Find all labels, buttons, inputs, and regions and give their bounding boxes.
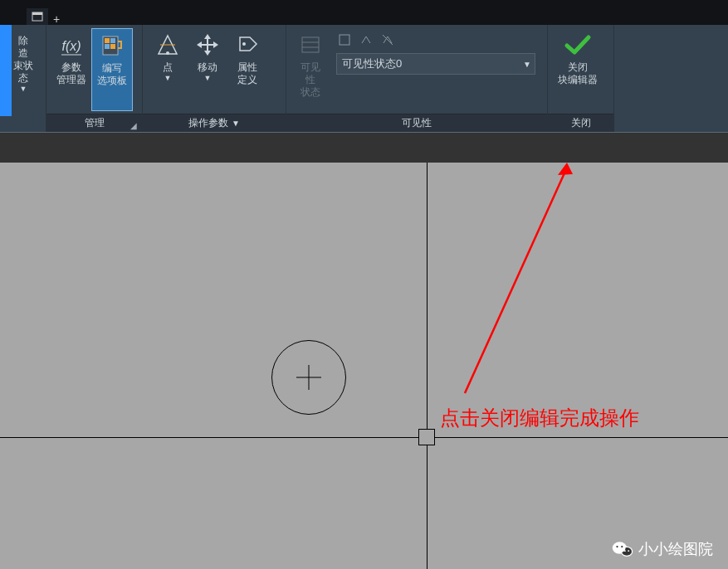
close-l2: 块编辑器	[558, 74, 598, 85]
svg-point-29	[613, 543, 625, 553]
dialog-launcher-icon[interactable]: ◢	[130, 121, 137, 130]
constraint-line1: 除	[18, 35, 28, 46]
svg-point-33	[628, 550, 629, 552]
tag-icon	[232, 30, 262, 60]
vis-l1: 可见性	[300, 61, 320, 85]
attrdef-button[interactable]: 属性 定义	[227, 28, 267, 111]
chevron-down-icon: ▼	[523, 60, 531, 69]
add-tab-button[interactable]: +	[50, 13, 63, 25]
svg-rect-5	[105, 38, 110, 43]
svg-marker-15	[204, 51, 211, 56]
annotation-text: 点击关闭编辑完成操作	[440, 405, 639, 431]
palette-icon	[97, 31, 127, 61]
point-icon	[153, 30, 183, 60]
attr-l1: 属性	[237, 61, 257, 73]
chevron-down-icon[interactable]: ▼	[232, 119, 240, 128]
svg-rect-22	[340, 35, 349, 45]
constraint-line3: 束状态	[13, 60, 33, 84]
attr-l2: 定义	[237, 74, 257, 85]
vis-l2: 状态	[300, 86, 320, 98]
svg-line-24	[465, 168, 567, 393]
annotation-arrow	[0, 163, 728, 569]
model-canvas[interactable]: 点击关闭编辑完成操作	[0, 163, 728, 569]
svg-rect-7	[105, 44, 110, 49]
svg-text:f(x): f(x)	[61, 39, 81, 53]
point-lbl: 点	[163, 61, 173, 73]
visibility-state-dropdown[interactable]: 可见性状态0 ▼	[336, 53, 535, 75]
panel-action-params: 点 ▼ 移动 ▼	[143, 25, 286, 132]
app-menu-button[interactable]	[0, 25, 12, 116]
svg-rect-19	[302, 37, 319, 52]
quick-tab[interactable]	[27, 8, 48, 25]
panel-title-close: 关闭	[548, 114, 613, 132]
watermark: 小小绘图院	[612, 539, 713, 559]
quick-access-bar: +	[0, 0, 728, 25]
visibility-state-value: 可见性状态0	[342, 56, 402, 71]
move-lbl: 移动	[198, 61, 217, 73]
svg-point-31	[621, 546, 623, 547]
checkmark-icon	[563, 30, 593, 60]
param-manager-button[interactable]: f(x) 参数 管理器	[51, 28, 91, 111]
panel-visibility: 可见性 状态 可见性状态0 ▼ 可见性	[286, 25, 548, 132]
authoring-l1: 编写	[102, 62, 122, 74]
panel-close: 关闭 块编辑器 关闭	[548, 25, 614, 132]
crosshair-vertical	[427, 163, 428, 569]
svg-marker-14	[204, 34, 211, 39]
svg-point-32	[624, 550, 626, 552]
function-icon: f(x)	[56, 30, 86, 60]
panel-empty	[614, 25, 728, 132]
crosshair-horizontal	[0, 437, 728, 438]
svg-point-30	[616, 546, 618, 547]
move-icon	[193, 30, 222, 60]
svg-marker-16	[197, 41, 202, 48]
authoring-palette-button[interactable]: 编写 选项板	[91, 28, 133, 111]
panel-title-visibility: 可见性	[286, 114, 547, 132]
circle-entity[interactable]	[271, 340, 346, 415]
param-mgr-l2: 管理器	[56, 74, 86, 85]
visibility-toggle-icons	[336, 32, 535, 48]
vis-show-icon[interactable]	[358, 32, 374, 48]
svg-rect-8	[110, 44, 115, 49]
ribbon: 除 造 束状态 ▼ f(x) 参数 管理器	[0, 25, 728, 133]
chevron-down-icon: ▼	[164, 74, 172, 82]
close-l1: 关闭	[568, 61, 588, 73]
svg-point-18	[242, 42, 246, 46]
svg-rect-6	[110, 38, 115, 43]
constraint-line2: 造	[18, 47, 28, 59]
chevron-down-icon: ▼	[204, 74, 212, 82]
origin-grip[interactable]	[418, 429, 435, 445]
panel-title-action: 操作参数 ▼	[143, 114, 286, 132]
close-block-editor-button[interactable]: 关闭 块编辑器	[553, 28, 603, 111]
authoring-l2: 选项板	[97, 75, 127, 86]
move-button[interactable]: 移动 ▼	[188, 28, 227, 111]
point-button[interactable]: 点 ▼	[148, 28, 188, 111]
svg-point-10	[166, 51, 169, 55]
watermark-text: 小小绘图院	[638, 539, 713, 559]
param-mgr-l1: 参数	[61, 61, 81, 73]
vis-hide-icon[interactable]	[379, 32, 396, 48]
visibility-states-button: 可见性 状态	[291, 28, 330, 111]
visibility-icon	[296, 30, 325, 60]
chevron-down-icon: ▼	[20, 85, 27, 93]
panel-manage: f(x) 参数 管理器 编写 选项板	[46, 25, 143, 132]
wechat-icon	[612, 540, 633, 558]
svg-marker-25	[558, 163, 573, 175]
vis-mode-icon[interactable]	[336, 32, 353, 48]
drawing-area[interactable]: 点击关闭编辑完成操作 小小绘图院	[0, 133, 728, 569]
panel-title-manage: 管理 ◢	[46, 114, 142, 132]
svg-rect-1	[32, 12, 42, 15]
svg-marker-17	[213, 41, 218, 48]
